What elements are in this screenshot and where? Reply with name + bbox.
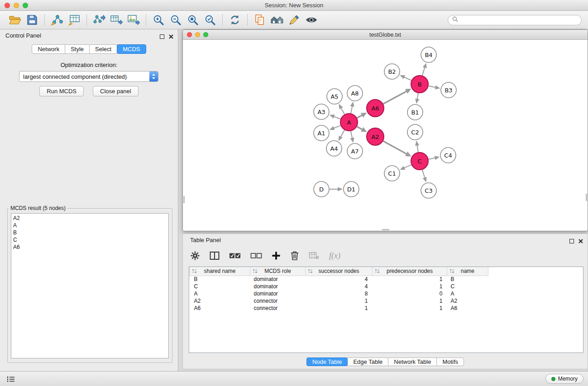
graph-edge-A-A7[interactable]	[350, 131, 354, 143]
graph-edge-A6-B[interactable]	[383, 89, 411, 104]
tab-mcds[interactable]: MCDS	[117, 44, 146, 54]
graph-node-A1[interactable]: A1	[314, 125, 329, 141]
minimize-window-button[interactable]	[14, 3, 19, 8]
graph-edge-C-C1[interactable]	[400, 165, 411, 170]
table-cell[interactable]: connector	[250, 297, 306, 305]
table-cell[interactable]: dominator	[250, 283, 306, 290]
graph-node-A3[interactable]: A3	[314, 104, 329, 119]
table-cell[interactable]: A6	[190, 305, 250, 312]
table-cell[interactable]: 1	[306, 297, 373, 305]
network-canvas[interactable]: B4B2BB3A8A5A6A3B1AA1C2A2A4A7C4CC1DD1C3	[183, 40, 588, 231]
table-cell[interactable]: C	[447, 283, 488, 290]
table-tab-edge-table[interactable]: Edge Table	[347, 357, 388, 366]
scrollbar-nub[interactable]	[382, 229, 389, 230]
home-views-icon[interactable]	[268, 13, 286, 27]
graph-node-A5[interactable]: A5	[327, 89, 342, 104]
export-network-icon[interactable]	[91, 13, 108, 27]
table-cell[interactable]: 4	[306, 276, 373, 283]
table-cell[interactable]: dominator	[250, 290, 306, 297]
graph-node-B[interactable]: B	[411, 76, 428, 93]
column-header-successor-nodes[interactable]: successor nodes	[306, 267, 373, 276]
table-tab-motifs[interactable]: Motifs	[436, 357, 464, 366]
scrollbar-nub[interactable]	[586, 194, 587, 201]
table-tab-network-table[interactable]: Network Table	[388, 357, 437, 366]
table-cell[interactable]: 1	[373, 297, 447, 305]
table-cell[interactable]: C	[190, 283, 250, 290]
close-panel-icon[interactable]	[578, 237, 583, 245]
graph-edge-B-B3[interactable]	[429, 86, 440, 90]
table-row[interactable]: A2connector11A2	[190, 297, 488, 305]
table-cell[interactable]: A6	[447, 305, 488, 312]
graph-node-C1[interactable]: C1	[384, 166, 400, 181]
table-row[interactable]: A6connector11A6	[190, 305, 488, 312]
graph-edge-A2-C[interactable]	[383, 141, 411, 157]
graph-node-C2[interactable]: C2	[407, 124, 423, 140]
zoom-in-icon[interactable]	[150, 13, 167, 27]
close-panel-icon[interactable]	[169, 33, 173, 41]
table-cell[interactable]: 8	[306, 290, 373, 297]
graph-edge-A-A2[interactable]	[357, 127, 367, 132]
optimization-criterion-dropdown[interactable]: largest connected component (directed)	[19, 71, 158, 82]
graph-node-A7[interactable]: A7	[347, 143, 363, 159]
graph-edge-C-C2[interactable]	[415, 141, 419, 152]
deselect-all-icon[interactable]	[250, 249, 262, 262]
minimize-network-window-button[interactable]	[195, 32, 200, 37]
graph-node-A2[interactable]: A2	[367, 128, 384, 145]
table-cell[interactable]: 4	[306, 283, 373, 290]
style-tools-icon[interactable]	[286, 13, 303, 27]
select-all-icon[interactable]	[229, 249, 241, 262]
tab-network[interactable]: Network	[32, 44, 65, 54]
graph-node-C4[interactable]: C4	[440, 148, 456, 163]
table-cell[interactable]: A2	[447, 297, 488, 305]
zoom-network-window-button[interactable]	[203, 32, 208, 37]
graph-node-C[interactable]: C	[411, 152, 428, 170]
split-panel-icon[interactable]	[210, 249, 220, 262]
network-window-titlebar[interactable]: testGlobe.txt	[183, 30, 588, 40]
column-header-predecessor-nodes[interactable]: predecessor nodes	[373, 267, 447, 276]
delete-table-icon[interactable]	[309, 249, 320, 262]
table-cell[interactable]: B	[190, 276, 250, 283]
memory-button[interactable]: Memory	[545, 374, 583, 384]
graph-node-A4[interactable]: A4	[326, 141, 342, 156]
network-graph[interactable]: B4B2BB3A8A5A6A3B1AA1C2A2A4A7C4CC1DD1C3	[183, 40, 587, 231]
zoom-out-icon[interactable]	[167, 13, 184, 27]
mcds-result-list[interactable]: A2ABCA6	[11, 213, 169, 358]
graph-edge-A-A1[interactable]	[330, 125, 341, 130]
table-cell[interactable]: connector	[250, 305, 306, 312]
import-network-icon[interactable]	[48, 13, 66, 27]
table-cell[interactable]: A	[447, 290, 488, 297]
open-file-icon[interactable]	[6, 13, 24, 27]
close-panel-button[interactable]: Close panel	[93, 86, 139, 96]
table-cell[interactable]: 1	[373, 305, 447, 312]
graph-edge-B-B2[interactable]	[400, 75, 411, 81]
graph-edge-C-C4[interactable]	[429, 156, 440, 160]
graph-node-D1[interactable]: D1	[344, 181, 359, 197]
table-cell[interactable]: dominator	[250, 276, 306, 283]
toggle-visibility-icon[interactable]	[303, 13, 320, 27]
table-cell[interactable]: A	[190, 290, 250, 297]
table-cell[interactable]: 0	[373, 290, 447, 297]
zoom-selected-icon[interactable]	[201, 13, 219, 27]
run-mcds-button[interactable]: Run MCDS	[39, 86, 84, 96]
graph-edge-A-A4[interactable]	[338, 130, 344, 141]
table-row[interactable]: Cdominator41C	[190, 283, 488, 290]
zoom-fit-icon[interactable]	[184, 13, 201, 27]
close-window-button[interactable]	[5, 3, 10, 8]
export-image-icon[interactable]	[125, 13, 142, 27]
graph-edge-A-A5[interactable]	[339, 104, 344, 114]
graph-edge-B-B4[interactable]	[422, 63, 427, 76]
float-panel-icon[interactable]	[160, 34, 164, 39]
table-cell[interactable]: 1	[306, 305, 373, 312]
graph-node-D[interactable]: D	[314, 181, 329, 197]
search-box[interactable]	[448, 15, 582, 25]
tab-style[interactable]: Style	[65, 44, 90, 54]
table-row[interactable]: Adominator80A	[190, 290, 488, 297]
add-column-icon[interactable]	[272, 249, 281, 262]
save-session-icon[interactable]	[24, 13, 41, 27]
column-header-MCDS-role[interactable]: MCDS role	[250, 267, 306, 276]
table-cell[interactable]: 1	[373, 283, 447, 290]
table-cell[interactable]: A2	[190, 297, 250, 305]
graph-node-C3[interactable]: C3	[421, 183, 436, 198]
graph-edge-A-A3[interactable]	[330, 114, 341, 119]
table-row[interactable]: Bdominator41B	[190, 276, 488, 283]
